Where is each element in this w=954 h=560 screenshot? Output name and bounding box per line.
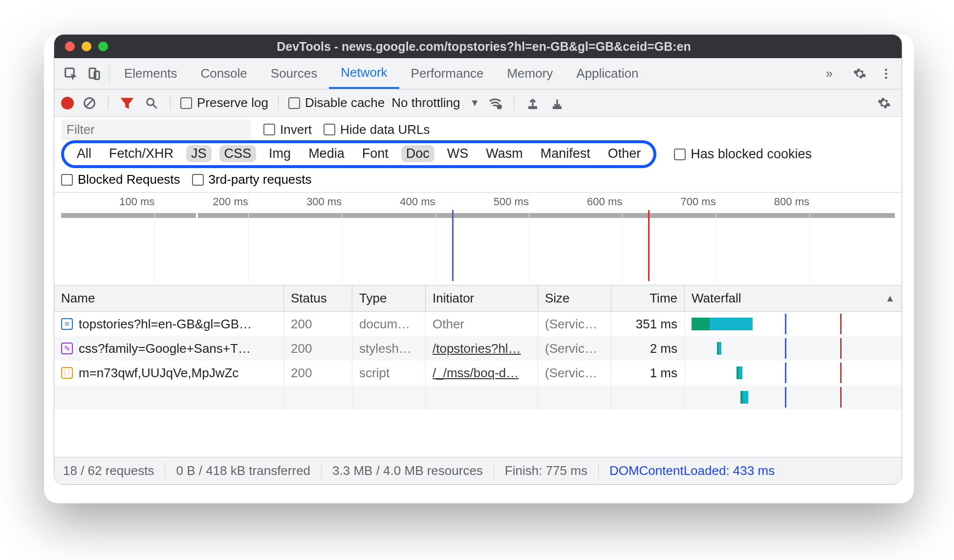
request-time: 351 ms [611,312,685,336]
timeline-tick: 200 ms [213,195,248,208]
request-type: script [352,361,426,385]
tab-performance[interactable]: Performance [399,58,496,89]
request-name: m=n73qwf,UUJqVe,MpJwZc [79,366,238,381]
request-name: css?family=Google+Sans+T… [79,341,251,356]
filter-type-css[interactable]: CSS [219,145,257,162]
tab-network[interactable]: Network [329,58,399,89]
import-har-icon[interactable] [524,94,542,112]
summary-dcl: DOMContentLoaded: 433 ms [609,463,775,478]
network-conditions-icon[interactable] [486,94,504,112]
traffic-minimize-icon[interactable] [82,42,91,51]
tab-application[interactable]: Application [564,58,650,89]
tab-sources[interactable]: Sources [259,58,329,89]
filter-type-manifest[interactable]: Manifest [536,145,595,162]
summary-resources: 3.3 MB / 4.0 MB resources [332,463,483,478]
timeline-tick: 800 ms [774,195,809,208]
col-name[interactable]: Name [54,285,284,311]
filter-type-js[interactable]: JS [186,145,212,162]
devtools-window: DevTools - news.google.com/topstories?hl… [54,34,902,485]
svg-rect-2 [94,71,99,79]
doc-file-icon: ≡ [61,318,73,330]
search-icon[interactable] [143,94,160,112]
record-button[interactable] [61,97,74,109]
filter-type-wasm[interactable]: Wasm [481,145,528,162]
hide-data-urls-checkbox[interactable]: Hide data URLs [324,122,430,137]
filter-row: Invert Hide data URLs [54,117,902,139]
traffic-close-icon[interactable] [65,42,75,51]
svg-rect-11 [529,107,537,108]
settings-gear-icon[interactable] [849,63,870,85]
type-filter-row: AllFetch/XHRJSCSSImgMediaFontDocWSWasmMa… [54,139,902,169]
request-initiator[interactable]: /_/mss/boq-d… [426,361,538,385]
table-row[interactable]: ≡topstories?hl=en-GB&gl=GB…200docum…Othe… [54,312,902,336]
timeline-tick: 100 ms [119,195,154,208]
requests-table-body: ≡topstories?hl=en-GB&gl=GB…200docum…Othe… [54,312,902,409]
invert-checkbox[interactable]: Invert [263,122,312,137]
request-time: 2 ms [611,336,685,361]
summary-transferred: 0 B / 418 kB transferred [176,463,310,478]
filter-toggle-icon[interactable] [118,94,136,112]
css-file-icon: ✎ [61,343,73,354]
timeline-tick: 400 ms [400,195,435,208]
preserve-log-checkbox[interactable]: Preserve log [180,95,268,110]
filter-row-3: Blocked Requests 3rd-party requests [54,169,902,193]
filter-type-media[interactable]: Media [304,145,349,162]
kebab-menu-icon[interactable] [875,63,897,85]
request-size: (Servic… [538,361,611,385]
filter-type-doc[interactable]: Doc [401,145,434,162]
filter-type-font[interactable]: Font [357,145,393,162]
window-title: DevTools - news.google.com/topstories?hl… [115,40,902,54]
col-time[interactable]: Time [611,285,685,311]
disable-cache-checkbox[interactable]: Disable cache [288,95,385,110]
filter-type-ws[interactable]: WS [442,145,474,162]
col-waterfall[interactable]: Waterfall▲ [685,285,902,311]
request-type: docum… [352,312,426,336]
summary-finish: Finish: 775 ms [505,463,587,478]
table-row[interactable]: 〈〉m=n73qwf,UUJqVe,MpJwZc200script/_/mss/… [54,361,902,385]
tab-elements[interactable]: Elements [112,58,189,89]
sort-indicator-icon: ▲ [885,293,895,304]
summary-requests: 18 / 62 requests [63,463,154,478]
inspect-icon[interactable] [59,58,83,89]
network-settings-icon[interactable] [873,92,895,114]
traffic-zoom-icon[interactable] [98,42,108,51]
request-size: (Servic… [538,312,611,336]
request-initiator[interactable]: Other [426,312,538,336]
tab-console[interactable]: Console [189,58,259,89]
request-time: 1 ms [611,361,685,385]
col-type[interactable]: Type [352,285,426,311]
chevron-down-icon: ▼ [470,97,479,108]
timeline-tick: 300 ms [306,195,342,208]
col-status[interactable]: Status [284,285,352,311]
request-waterfall [685,385,902,409]
tab-memory[interactable]: Memory [495,58,564,89]
timeline-tick: 600 ms [587,195,622,208]
blocked-requests-checkbox[interactable]: Blocked Requests [61,172,180,187]
svg-point-10 [498,105,501,108]
filter-input[interactable] [61,120,252,139]
table-row[interactable] [54,385,902,409]
request-initiator[interactable]: /topstories?hl… [426,336,538,361]
svg-rect-12 [554,107,561,108]
export-har-icon[interactable] [548,94,566,112]
has-blocked-cookies-checkbox[interactable]: Has blocked cookies [674,147,812,162]
request-status: 200 [284,312,352,336]
throttling-select[interactable]: No throttling ▼ [391,95,479,110]
filter-type-other[interactable]: Other [603,145,646,162]
summary-bar: 18 / 62 requests 0 B / 418 kB transferre… [54,457,902,484]
timeline-tick: 500 ms [494,195,529,208]
titlebar: DevTools - news.google.com/topstories?hl… [54,35,902,58]
clear-button[interactable] [81,94,98,112]
filter-type-img[interactable]: Img [264,145,296,162]
timeline-overview[interactable]: 100 ms200 ms300 ms400 ms500 ms600 ms700 … [54,193,902,285]
more-tabs-button[interactable]: » [826,66,833,81]
device-toggle-icon[interactable] [83,58,106,89]
request-status: 200 [284,361,352,385]
request-size: (Servic… [538,336,611,361]
filter-type-fetchxhr[interactable]: Fetch/XHR [104,145,178,162]
third-party-checkbox[interactable]: 3rd-party requests [192,172,312,187]
table-row[interactable]: ✎css?family=Google+Sans+T…200stylesh…/to… [54,336,902,361]
col-initiator[interactable]: Initiator [426,285,538,311]
filter-type-all[interactable]: All [72,145,96,162]
col-size[interactable]: Size [538,285,611,311]
